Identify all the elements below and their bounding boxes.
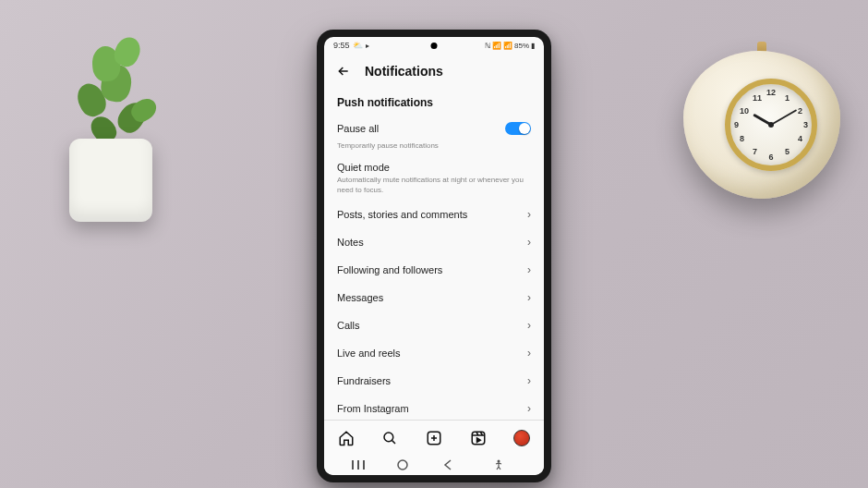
nav-item-posts[interactable]: Posts, stories and comments › (337, 201, 531, 228)
nav-profile[interactable] (513, 430, 530, 446)
svg-rect-3 (352, 460, 354, 470)
chevron-right-icon: › (527, 236, 531, 249)
status-time: 9:55 (333, 41, 350, 50)
list-item-label: Following and followers (337, 264, 442, 275)
list-item-label: Messages (337, 292, 383, 303)
status-weather-icon: ⛅ (353, 41, 363, 50)
system-nav (324, 455, 544, 475)
reels-icon (470, 430, 487, 446)
quiet-mode-label: Quiet mode (337, 162, 390, 173)
chevron-right-icon: › (527, 319, 531, 332)
status-battery-percent: 85% (514, 42, 529, 50)
pause-all-label: Pause all (337, 123, 379, 134)
chevron-right-icon: › (527, 263, 531, 276)
status-battery-icon: ▮ (531, 42, 535, 50)
list-item-label: Live and reels (337, 348, 401, 359)
page-title: Notifications (365, 64, 443, 79)
phone-frame: 9:55 ⛅ ▸ ℕ 📶 📶 85% ▮ Notifications (317, 30, 551, 482)
svg-rect-2 (472, 432, 485, 445)
sys-accessibility[interactable] (494, 459, 522, 470)
back-button[interactable] (335, 63, 352, 79)
list-item-label: Fundraisers (337, 375, 391, 386)
status-wifi-icon: 📶 (492, 42, 501, 50)
content-area[interactable]: Push notifications Pause all Temporarily… (324, 87, 544, 420)
list-item-label: From Instagram (337, 403, 409, 414)
circle-home-icon (397, 459, 408, 470)
setting-pause-all[interactable]: Pause all (337, 116, 531, 140)
status-app-icon: ▸ (366, 42, 369, 50)
svg-point-0 (384, 433, 393, 442)
status-nfc-icon: ℕ (485, 42, 490, 50)
back-arrow-icon (336, 64, 351, 79)
nav-reels[interactable] (470, 430, 487, 446)
apple-clock-decoration: 1212 345 678 91011 (683, 42, 840, 217)
chevron-right-icon: › (527, 374, 531, 387)
nav-item-live-reels[interactable]: Live and reels › (337, 339, 531, 367)
svg-point-6 (398, 460, 407, 470)
plant-decoration (42, 9, 189, 222)
svg-rect-4 (357, 460, 359, 470)
list-item-label: Posts, stories and comments (337, 209, 467, 220)
setting-quiet-mode[interactable]: Quiet mode (337, 156, 531, 175)
nav-home[interactable] (338, 430, 355, 446)
sys-home[interactable] (397, 459, 425, 470)
section-push-notifications: Push notifications (337, 96, 531, 109)
pause-all-subtitle: Temporarily pause notifications (337, 141, 531, 151)
sys-recents[interactable] (352, 460, 380, 470)
status-signal-icon: 📶 (503, 42, 512, 50)
svg-rect-5 (363, 460, 365, 470)
plus-square-icon (426, 430, 442, 446)
page-header: Notifications (324, 54, 544, 87)
chevron-right-icon: › (527, 402, 531, 415)
nav-item-fundraisers[interactable]: Fundraisers › (337, 367, 531, 395)
accessibility-icon (494, 459, 503, 470)
nav-create[interactable] (426, 430, 442, 446)
nav-search[interactable] (381, 430, 398, 446)
chevron-right-icon: › (527, 347, 531, 360)
svg-point-7 (498, 460, 500, 463)
sys-back[interactable] (443, 459, 471, 470)
camera-hole (431, 43, 438, 49)
nav-item-messages[interactable]: Messages › (337, 284, 531, 311)
home-icon (338, 430, 355, 446)
avatar-icon (513, 430, 530, 446)
phone-screen: 9:55 ⛅ ▸ ℕ 📶 📶 85% ▮ Notifications (324, 37, 544, 475)
quiet-mode-subtitle: Automatically mute notifications at nigh… (337, 176, 531, 195)
bottom-nav (324, 420, 544, 455)
back-icon (443, 459, 452, 470)
search-icon (381, 430, 398, 446)
nav-item-following[interactable]: Following and followers › (337, 256, 531, 284)
recents-icon (352, 460, 365, 470)
list-item-label: Notes (337, 237, 364, 248)
chevron-right-icon: › (527, 291, 531, 304)
nav-item-notes[interactable]: Notes › (337, 228, 531, 256)
chevron-right-icon: › (527, 208, 531, 221)
nav-item-from-instagram[interactable]: From Instagram › (337, 395, 531, 420)
list-item-label: Calls (337, 320, 359, 331)
nav-item-calls[interactable]: Calls › (337, 311, 531, 339)
pause-all-toggle[interactable] (505, 122, 531, 135)
